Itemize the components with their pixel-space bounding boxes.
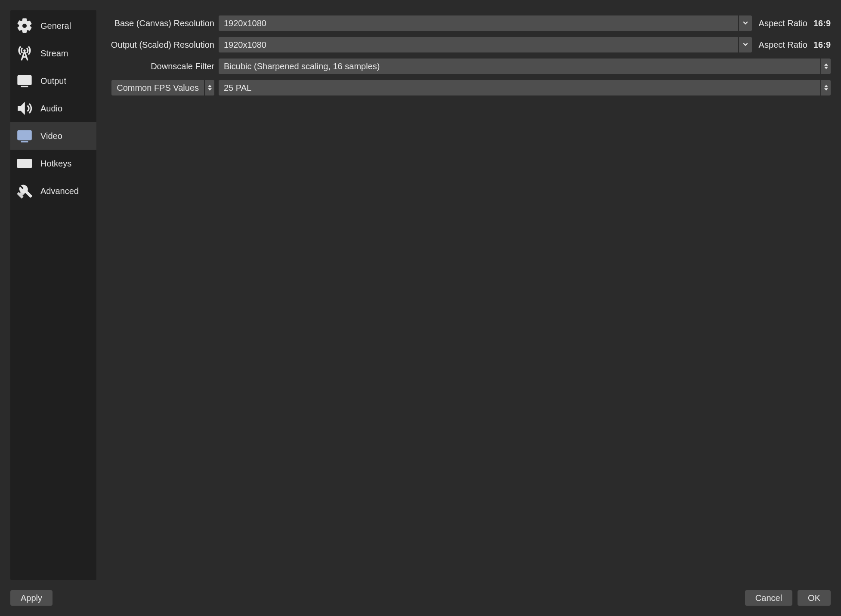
- sidebar-item-output[interactable]: Output: [10, 67, 96, 95]
- chevron-down-icon: [824, 88, 828, 91]
- output-aspect-label: Aspect Ratio: [759, 40, 807, 50]
- fps-value-select[interactable]: 25 PAL: [219, 80, 820, 95]
- output-resolution-input[interactable]: [219, 37, 738, 52]
- base-resolution-label: Base (Canvas) Resolution: [107, 18, 214, 28]
- sidebar-item-label: Audio: [40, 104, 62, 114]
- chevron-up-icon: [824, 63, 828, 66]
- downscale-filter-value: Bicubic (Sharpened scaling, 16 samples): [224, 62, 380, 71]
- chevron-down-icon: [742, 20, 748, 27]
- fps-mode-label: Common FPS Values: [117, 83, 199, 93]
- antenna-icon: [15, 45, 34, 62]
- sidebar-item-stream[interactable]: Stream: [10, 40, 96, 67]
- chevron-up-icon: [208, 85, 212, 87]
- svg-rect-6: [18, 160, 31, 167]
- output-resolution-dropdown-button[interactable]: [739, 37, 752, 52]
- apply-button[interactable]: Apply: [10, 590, 53, 606]
- sidebar-item-label: Video: [40, 131, 62, 141]
- fps-mode-select[interactable]: Common FPS Values: [111, 80, 204, 95]
- ok-button[interactable]: OK: [798, 590, 831, 606]
- downscale-filter-label: Downscale Filter: [107, 62, 214, 71]
- monitor-icon: [15, 127, 34, 145]
- sidebar-item-label: Stream: [40, 49, 68, 59]
- sidebar-item-video[interactable]: Video: [10, 122, 96, 150]
- chevron-up-icon: [824, 85, 828, 87]
- base-aspect-value: 16:9: [813, 18, 831, 28]
- fps-value: 25 PAL: [224, 83, 251, 93]
- keyboard-icon: [15, 155, 34, 172]
- tools-icon: [15, 182, 34, 200]
- settings-sidebar: General Stream: [10, 10, 96, 580]
- sidebar-item-audio[interactable]: Audio: [10, 95, 96, 122]
- svg-rect-4: [18, 131, 31, 139]
- fps-value-stepper[interactable]: [821, 80, 831, 95]
- sidebar-item-advanced[interactable]: Advanced: [10, 177, 96, 205]
- sidebar-item-label: Hotkeys: [40, 159, 71, 169]
- sidebar-item-label: Output: [40, 76, 66, 86]
- sidebar-item-hotkeys[interactable]: Hotkeys: [10, 150, 96, 177]
- sidebar-item-general[interactable]: General: [10, 12, 96, 40]
- dialog-footer: Apply Cancel OK: [10, 580, 831, 606]
- output-monitor-icon: [15, 72, 34, 89]
- chevron-down-icon: [208, 88, 212, 91]
- downscale-filter-select[interactable]: Bicubic (Sharpened scaling, 16 samples): [219, 59, 820, 74]
- gear-icon: [15, 17, 34, 34]
- base-resolution-dropdown-button[interactable]: [739, 15, 752, 31]
- chevron-down-icon: [742, 41, 748, 49]
- downscale-filter-stepper[interactable]: [821, 59, 831, 74]
- speaker-icon: [15, 100, 34, 117]
- sidebar-item-label: Advanced: [40, 186, 79, 196]
- cancel-button[interactable]: Cancel: [745, 590, 792, 606]
- chevron-down-icon: [824, 67, 828, 69]
- fps-mode-stepper[interactable]: [205, 80, 214, 95]
- output-resolution-label: Output (Scaled) Resolution: [107, 40, 214, 50]
- output-aspect-value: 16:9: [813, 40, 831, 50]
- base-aspect-label: Aspect Ratio: [759, 18, 807, 28]
- sidebar-item-label: General: [40, 21, 71, 31]
- base-resolution-input[interactable]: [219, 15, 738, 31]
- video-settings-panel: Base (Canvas) Resolution Aspect Ratio 16…: [107, 10, 831, 580]
